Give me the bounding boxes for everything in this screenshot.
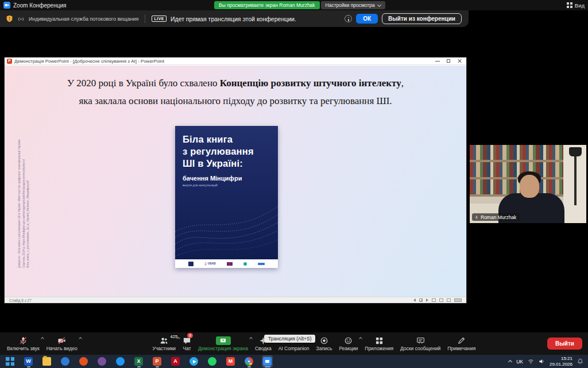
book-title-line2: з регулювання [183,145,273,158]
book-cover-text: Біла книга з регулювання ШІ в Україні: б… [183,133,273,187]
language-indicator[interactable]: UK [516,359,523,365]
chrome-app-glyph [245,357,253,366]
wifi-icon[interactable] [528,358,534,365]
excel-app-glyph: X [134,357,143,366]
telegram-app-glyph [189,357,198,366]
ok-button[interactable]: ОК [356,14,378,24]
acrobat-app-glyph: A [171,357,180,366]
powerpoint-statusbar: Слайд 8 з 27 [5,297,466,303]
gmail-app-glyph: M [226,357,235,366]
taskbar-icon-viber[interactable] [96,355,107,367]
slide-counter: Слайд 8 з 27 [9,298,32,302]
book-logo-strip: USAID [175,259,278,268]
volume-icon[interactable] [539,358,545,365]
slideshow-view-icon[interactable] [454,298,462,302]
system-tray: UK 15:21 29.01.2026 [509,356,583,367]
share-tooltip: Трансляция (Alt+S) [264,335,315,343]
heading-line2: яка заклала основи національного підходу… [21,93,450,110]
taskbar-icon-zoom[interactable] [262,355,273,367]
mincifra-logo [188,262,194,266]
chevron-up-icon[interactable] [79,337,82,340]
taskbar-icon-acrobat[interactable]: A [170,355,181,367]
windows-taskbar: WXPAM UK 15:21 29.01.2026 [0,355,588,368]
heading-bold: Концепцію розвитку штучного інтелекту [220,78,401,89]
stream-message: Идет прямая трансляция этой конференции. [171,16,296,22]
participant-face [520,175,539,198]
leave-conference-button[interactable]: Выйти из конференции [382,13,462,24]
taskbar-icon-word[interactable]: W [23,355,34,367]
messenger-app-glyph [116,357,125,366]
taskbar-icon-excel[interactable]: X [133,355,144,367]
start-video-button[interactable]: Начать видео [43,332,81,355]
ukaid-flag-logo [227,262,233,266]
live-stream-bar: Индивидуальная служба потокового вещания… [0,10,469,27]
word-app-glyph: W [24,357,33,366]
reading-view-icon[interactable] [447,298,451,302]
zoom-app-window: Zoom Конференция Вы просматриваете экран… [0,0,588,368]
unmute-button[interactable]: Включить звук [3,332,43,355]
taskbar-icon-file-explorer[interactable] [41,355,52,367]
info-icon[interactable] [345,15,352,22]
apps-button[interactable]: Приложения [361,332,397,355]
close-icon[interactable] [457,59,462,63]
notification-bell-icon[interactable] [577,358,583,365]
record-button[interactable]: Запись [313,332,336,355]
taskbar-icon-chrome[interactable] [243,355,254,367]
viewing-text: Вы просматриваете экран Roman Murzhak [219,2,315,8]
chat-button[interactable]: 9 Чат [179,332,195,355]
taskbar-icon-gmail[interactable]: M [225,355,236,367]
toolbar-left-group: Включить звук Начать видео [3,332,81,355]
statusbar-controls [413,298,462,302]
open-app-indicator [137,366,141,367]
hidden-icons-chevron[interactable] [508,360,512,364]
usaid-logo: USAID [204,262,216,265]
minimize-icon[interactable] [435,59,440,63]
participant-video-tile[interactable]: Roman Murzhak [470,145,586,223]
whatsapp-app-glyph [208,357,216,366]
view-button-label: Вид [575,2,585,9]
participant-name-tag: Roman Murzhak [472,213,520,221]
open-app-indicator [156,366,159,367]
view-settings-dropdown[interactable]: Настройки просмотра [321,1,385,9]
zoom-app-glyph [263,357,272,366]
leave-meeting-button[interactable]: Выйти [547,338,582,350]
view-grid-icon [567,2,572,8]
taskbar-clock[interactable]: 15:21 29.01.2026 [550,356,572,367]
open-app-indicator [247,366,251,367]
file-explorer-app-glyph [42,357,51,366]
taskbar-icon-brave[interactable] [78,355,89,367]
window-title: Zoom Конференция [13,2,66,9]
screen-share-banner: Вы просматриваете экран Roman Murzhak [214,1,320,9]
normal-view-icon[interactable] [432,298,436,302]
maximize-icon[interactable] [446,59,451,63]
share-screen-button[interactable]: Демонстрация экрана [195,332,252,355]
taskbar-icon-whatsapp[interactable] [207,355,218,367]
taskbar-icon-powerpoint[interactable]: P [152,355,163,367]
notes-button[interactable]: Примечания [444,332,479,355]
participants-button[interactable]: 425 Участники [149,332,179,355]
brave-app-glyph [79,357,88,366]
reactions-button[interactable]: Реакции [335,332,361,355]
slide-grid-icon[interactable] [419,298,423,302]
sorter-view-icon[interactable] [439,298,443,302]
whiteboards-button[interactable]: Доски сообщений [397,332,444,355]
taskbar-icon-telegram[interactable] [188,355,199,367]
book-title-line3: ШІ в Україні: [183,158,273,170]
view-button[interactable]: Вид [567,1,585,9]
powerpoint-window-title: Демонстрація PowerPoint - [Доброчесне сп… [14,59,433,64]
previous-slide-icon[interactable] [413,298,416,302]
taskbar-icon-messenger[interactable] [115,355,126,367]
taskbar-icon-start[interactable] [5,355,16,367]
taskbar-icon-edge[interactable] [60,355,71,367]
warning-shield-icon [6,15,13,22]
live-badge: LIVE [152,16,167,22]
slide-canvas: У 2020 році в Україні було схвалено Конц… [5,66,466,297]
next-slide-icon[interactable] [426,298,428,302]
book-note: версія для консультацій [183,183,273,187]
lamp-shade [569,147,582,156]
edge-app-glyph [61,357,69,366]
book-cover: Біла книга з регулювання ШІ в Україні: б… [175,126,278,268]
slide-source-citation: Джерело - Біла книга з регулювання ШІ в … [17,136,30,268]
book-title-line1: Біла книга [183,133,273,145]
clock-date: 29.01.2026 [550,362,572,367]
